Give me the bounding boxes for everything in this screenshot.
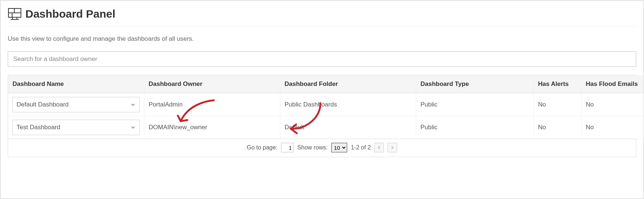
cell-folder: Default	[280, 116, 416, 139]
dashboard-panel-icon	[8, 8, 22, 20]
rows-per-page-select[interactable]: 10	[331, 143, 347, 152]
dashboard-name-label: Default Dashboard	[17, 101, 69, 108]
prev-page-button[interactable]	[374, 143, 384, 152]
dashboard-name-label: Test Dashboard	[17, 124, 60, 131]
table-row: Default Dashboard PortalAdmin Public Das…	[8, 93, 644, 116]
go-to-page-label: Go to page:	[247, 144, 278, 151]
col-folder: Dashboard Folder	[280, 75, 416, 93]
page-number-input[interactable]	[281, 143, 294, 152]
table-row: Test Dashboard DOMAIN\new_owner Default …	[8, 116, 644, 139]
col-type: Dashboard Type	[416, 75, 533, 93]
cell-type: Public	[416, 93, 533, 116]
page-header: Dashboard Panel	[8, 1, 636, 26]
dashboard-name-dropdown[interactable]: Test Dashboard	[12, 120, 140, 135]
page-description: Use this view to configure and manage th…	[8, 26, 636, 51]
search-input[interactable]	[8, 51, 636, 67]
col-name: Dashboard Name	[8, 75, 144, 93]
cell-alerts: No	[533, 116, 581, 139]
next-page-button[interactable]	[388, 143, 397, 152]
col-flood: Has Flood Emails	[581, 75, 644, 93]
cell-flood: No	[581, 93, 644, 116]
table-header-row: Dashboard Name Dashboard Owner Dashboard…	[8, 75, 644, 93]
page-title: Dashboard Panel	[25, 8, 115, 20]
chevron-down-icon	[130, 125, 136, 130]
pager-range: 1-2 of 2	[351, 144, 371, 151]
cell-folder: Public Dashboards	[280, 93, 416, 116]
show-rows-label: Show rows:	[297, 144, 328, 151]
col-alerts: Has Alerts	[533, 75, 581, 93]
cell-type: Public	[416, 116, 533, 139]
dashboard-name-dropdown[interactable]: Default Dashboard	[12, 97, 140, 112]
col-owner: Dashboard Owner	[144, 75, 280, 93]
cell-alerts: No	[533, 93, 581, 116]
cell-owner: PortalAdmin	[144, 93, 280, 116]
dashboard-table: Dashboard Name Dashboard Owner Dashboard…	[8, 75, 636, 157]
chevron-down-icon	[130, 102, 136, 107]
cell-flood: No	[581, 116, 644, 139]
table-pager: Go to page: Show rows: 10 1-2 of 2	[8, 139, 636, 157]
cell-owner: DOMAIN\new_owner	[144, 116, 280, 139]
